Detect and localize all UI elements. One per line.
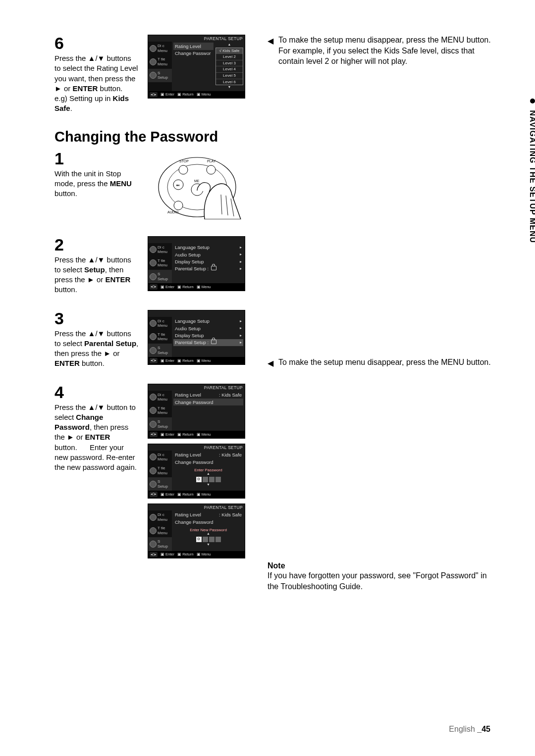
step-4: 4 Press the ▲/▼ button to select Change …	[54, 384, 248, 558]
step3-text: Press the ▲/▼ buttons to select Parental…	[54, 329, 139, 369]
step3-number: 3	[54, 310, 139, 327]
title-icon	[150, 259, 157, 266]
svg-text:⏮: ⏮	[176, 184, 179, 187]
page: NAVIGATING THE SETUP MENU 6 Press the ▲/…	[0, 0, 535, 756]
triangle-left-icon: ◀	[268, 357, 273, 369]
nav-key-icon: ◂▯▸	[150, 358, 158, 363]
nav-key-icon: ◂▯▸	[150, 492, 158, 497]
svg-text:STOP: STOP	[179, 159, 189, 163]
remote-illustration: STOP PLAY ⏮ ME AUDIO	[148, 150, 244, 219]
nav-key-icon: ◂▯▸	[150, 432, 158, 437]
triangle-left-icon: ◀	[268, 35, 273, 67]
title-icon	[150, 467, 157, 474]
title-icon	[150, 527, 157, 534]
title-icon	[150, 58, 157, 65]
step-6: 6 Press the ▲/▼ buttons to select the Ra…	[54, 35, 248, 114]
disc-icon	[150, 394, 157, 401]
disc-icon	[150, 320, 157, 327]
svg-point-4	[207, 165, 215, 174]
step-1: 1 With the unit in Stop mode, press the …	[54, 150, 248, 221]
step1-text: With the unit in Stop mode, press the ME…	[54, 169, 139, 199]
nav-key-icon: ◂▯▸	[150, 92, 158, 97]
setup-icon	[150, 541, 157, 548]
step-2: 2 Press the ▲/▼ buttons to select Setup,…	[54, 236, 248, 295]
setup-icon	[150, 481, 157, 488]
step1-number: 1	[54, 150, 139, 167]
title-icon	[150, 407, 157, 414]
svg-point-2	[179, 165, 188, 174]
osd-step3: Di c Menu T tle Menu S Setup Language Se…	[148, 310, 245, 365]
section-heading: Changing the Password	[54, 129, 248, 145]
setup-icon	[150, 421, 157, 428]
disc-icon	[150, 45, 157, 52]
nav-key-icon: ◂▯▸	[150, 552, 158, 557]
osd-step4c: PARENTAL SETUP Di c Menu T tle Menu S Se…	[148, 504, 245, 558]
footer-lang: English	[449, 725, 475, 733]
page-footer: English _45	[449, 725, 490, 734]
svg-text:AUDIO: AUDIO	[167, 210, 179, 214]
step2-number: 2	[54, 236, 139, 253]
note-block: Note If you have forgotten your password…	[268, 561, 495, 592]
step2-text: Press the ▲/▼ buttons to select Setup, t…	[54, 255, 139, 295]
osd-step6: PARENTAL SETUP Di c Menu T tle Menu S Se…	[148, 35, 245, 99]
right-column: ◀ To make the setup menu disappear, pres…	[268, 35, 495, 592]
step-3: 3 Press the ▲/▼ buttons to select Parent…	[54, 310, 248, 369]
disc-icon	[150, 514, 157, 521]
setup-icon	[150, 347, 157, 354]
lock-icon	[211, 340, 216, 344]
disc-icon	[150, 246, 157, 253]
osd-step4b: PARENTAL SETUP Di c Menu T tle Menu S Se…	[148, 444, 245, 499]
note-body: If you have forgotten your password, see…	[268, 570, 495, 592]
osd-step2: Di c Menu T tle Menu S Setup Language Se…	[148, 236, 245, 291]
side-tab-label: NAVIGATING THE SETUP MENU	[529, 110, 535, 243]
step4-text: Press the ▲/▼ button to select Change Pa…	[54, 403, 139, 473]
step6-text: Press the ▲/▼ buttons to select the Rati…	[54, 53, 139, 114]
lock-icon	[211, 266, 216, 270]
svg-text:PLAY: PLAY	[207, 159, 216, 163]
osd-step4a: PARENTAL SETUP Di c Menu T tle Menu S Se…	[148, 384, 245, 439]
setup-icon	[150, 273, 157, 280]
step6-number: 6	[54, 35, 139, 51]
title-icon	[150, 333, 157, 340]
left-column: 6 Press the ▲/▼ buttons to select the Ra…	[54, 35, 248, 592]
disc-icon	[150, 454, 157, 460]
footer-page: _45	[477, 725, 490, 733]
osd-title: PARENTAL SETUP	[148, 35, 245, 42]
svg-point-10	[174, 201, 183, 210]
svg-text:ME: ME	[194, 179, 200, 183]
step4-number: 4	[54, 384, 139, 401]
right-tip-top: ◀ To make the setup menu disappear, pres…	[268, 35, 495, 67]
right-tip-mid: ◀ To make the setup menu disappear, pres…	[268, 357, 495, 369]
side-tab: NAVIGATING THE SETUP MENU	[527, 97, 535, 245]
setup-icon	[150, 72, 157, 79]
bullet-icon	[530, 99, 535, 103]
note-heading: Note	[268, 561, 495, 570]
nav-key-icon: ◂▯▸	[150, 284, 158, 289]
